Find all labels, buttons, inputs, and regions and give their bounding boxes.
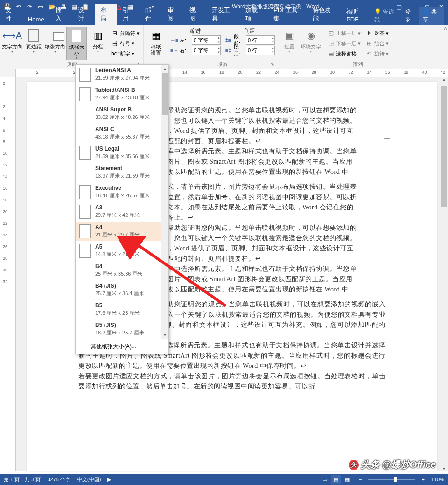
scrollbar-thumb[interactable] xyxy=(441,86,447,207)
ruler-horizontal[interactable]: L 22468101214161820222426283032343638404… xyxy=(0,69,448,77)
manuscript-button[interactable]: ▦稿纸 设置 xyxy=(146,27,166,56)
tab-insert[interactable]: 插入 xyxy=(50,4,72,25)
login-link[interactable]: 登录 xyxy=(405,8,415,24)
group-label-arrange: 排列 xyxy=(325,60,391,68)
scroll-down-icon[interactable]: ▼ xyxy=(161,331,168,339)
space-before-icon: ‡≡ xyxy=(224,37,232,43)
paper-size-item[interactable]: Executive18.41 厘米 x 26.67 厘米 xyxy=(76,182,168,202)
collapse-ribbon-icon[interactable]: ᐱ xyxy=(444,26,447,31)
paper-size-item[interactable]: ANSI Super B33.02 厘米 x 48.26 厘米 xyxy=(76,104,168,124)
paper-size-dims: 17.6 厘米 x 25 厘米 xyxy=(95,310,140,317)
dropdown-scroll-thumb[interactable] xyxy=(162,73,168,115)
zoom-out-icon[interactable]: − xyxy=(359,477,362,482)
paper-size-item[interactable]: B5 (JIS)18.2 厘米 x 25.7 厘米 xyxy=(76,319,168,339)
spacing-label: 间距 xyxy=(224,27,275,35)
group-arrange: ◱上移一层 ▾ ◲下移一层 ▾ ▤选择窗格 ⊧对齐 ▾ ⊞组合 ▾ ⟲旋转 ▾ … xyxy=(323,25,392,69)
paper-size-item[interactable]: Statement13.97 厘米 x 21.59 厘米 xyxy=(76,163,168,182)
columns-button[interactable]: ▥分栏▼ xyxy=(88,27,108,53)
paper-size-item[interactable]: B517.6 厘米 x 25 厘米 xyxy=(76,300,168,319)
group-button[interactable]: ⊞组合 ▾ xyxy=(364,38,391,48)
menu-bar: 文件 Home 插入 设计 布局 引用 邮件 审阅 视图 开发工具 加载项 PD… xyxy=(0,13,448,25)
orientation-button[interactable]: 纸张方向▼ xyxy=(45,27,65,53)
indent-left-input[interactable]: 0 字符 xyxy=(192,35,221,45)
new-icon[interactable]: ▭ xyxy=(35,1,46,12)
status-words[interactable]: 3275 个字 xyxy=(47,476,70,483)
paper-size-item[interactable]: B4 (JIS)25.7 厘米 x 36.4 厘米 xyxy=(76,280,168,300)
tab-layout[interactable]: 布局 xyxy=(95,4,117,25)
tab-design[interactable]: 设计 xyxy=(72,4,95,25)
zoom-in-icon[interactable]: + xyxy=(421,477,424,482)
dropdown-scrollbar[interactable]: ▲ ▼ xyxy=(161,65,168,339)
read-mode-icon[interactable]: ▭ xyxy=(320,475,330,484)
scroll-up-icon[interactable]: ▲ xyxy=(161,65,168,73)
paper-size-item[interactable]: A514.8 厘米 x 21 厘米 xyxy=(76,241,168,261)
margins-button[interactable]: 页边距▼ xyxy=(23,27,44,53)
send-backward-button[interactable]: ◲下移一层 ▾ xyxy=(325,38,363,48)
paper-size-item[interactable]: Tabloid/ANSI B27.94 厘米 x 43.18 厘米 xyxy=(76,84,168,104)
scrollbar-vertical[interactable]: ▲ ▼ xyxy=(440,77,448,471)
tab-references[interactable]: 引用 xyxy=(117,4,140,25)
bring-forward-button[interactable]: ◱上移一层 ▾ xyxy=(325,28,363,38)
indent-left-row: →≡左:0 字符 xyxy=(170,35,221,45)
space-after-row: ≡‡段后:0 行 xyxy=(224,45,275,55)
paper-size-dims: 14.8 厘米 x 21 厘米 xyxy=(95,251,140,258)
selection-pane-button[interactable]: ▤选择窗格 xyxy=(325,48,363,59)
more-paper-sizes-item[interactable]: 其他纸张大小(A)... xyxy=(76,339,168,354)
tab-addins[interactable]: 加载项 xyxy=(240,4,268,25)
tab-foxit[interactable]: 福昕PDF xyxy=(341,5,374,25)
status-macro-icon[interactable]: ▶ xyxy=(107,477,111,483)
rotate-button[interactable]: ⟲旋转 ▾ xyxy=(364,48,391,59)
group-page-setup: ⟷A文字方向▼ 页边距▼ 纸张方向▼ 纸张大小▼ ▥分栏▼ ⊟分隔符 ▾ ⇶行号… xyxy=(0,25,144,69)
wrap-text-button[interactable]: ◉环绕文字▼ xyxy=(301,27,321,53)
zoom-slider[interactable] xyxy=(368,479,415,480)
paper-size-dims: 43.18 厘米 x 55.87 厘米 xyxy=(95,133,150,140)
indent-left-icon: →≡ xyxy=(170,37,178,43)
paper-size-item[interactable]: A329.7 厘米 x 42 厘米 xyxy=(76,202,168,222)
paper-size-item[interactable]: US Legal21.59 厘米 x 35.56 厘米 xyxy=(76,143,168,163)
paper-size-name: Tabloid/ANSI B xyxy=(95,87,150,93)
line-numbers-button[interactable]: ⇶行号 ▾ xyxy=(109,38,141,48)
text-direction-button[interactable]: ⟷A文字方向▼ xyxy=(2,27,22,53)
status-page[interactable]: 第 1 页，共 3 页 xyxy=(4,476,41,483)
align-button[interactable]: ⊧对齐 ▾ xyxy=(364,28,391,38)
tab-pdf[interactable]: PDF工具集 xyxy=(268,4,307,25)
paper-size-name: ANSI Super B xyxy=(95,106,150,113)
zoom-level[interactable]: 110% xyxy=(431,477,444,482)
paper-icon xyxy=(79,185,91,199)
paper-size-name: B4 xyxy=(95,263,143,270)
paper-size-item[interactable]: ANSI C43.18 厘米 x 55.87 厘米 xyxy=(76,124,168,143)
tab-home[interactable]: Home xyxy=(22,14,50,25)
paper-size-item[interactable]: B425 厘米 x 35.36 厘米 xyxy=(76,261,168,280)
paper-size-name: Executive xyxy=(95,185,150,191)
tab-view[interactable]: 视图 xyxy=(184,4,206,25)
tell-me[interactable]: 💡 告诉我... xyxy=(374,8,401,24)
tab-developer[interactable]: 开发工具 xyxy=(206,4,240,25)
redo-icon[interactable]: ↷ xyxy=(24,1,35,12)
paper-icon xyxy=(79,146,91,160)
share-button[interactable]: 👤 共享 xyxy=(419,7,444,25)
hyphenation-button[interactable]: bc⁻断字 ▾ xyxy=(109,48,141,59)
paper-size-dims: 21.59 厘米 x 35.56 厘米 xyxy=(95,153,150,160)
status-lang[interactable]: 中文(中国) xyxy=(77,476,101,483)
breaks-button[interactable]: ⊟分隔符 ▾ xyxy=(109,28,141,38)
position-button[interactable]: ▣位置▼ xyxy=(279,27,300,53)
paper-icon xyxy=(79,87,91,101)
paper-icon xyxy=(79,205,91,219)
ribbon: ⟷A文字方向▼ 页边距▼ 纸张方向▼ 纸张大小▼ ▥分栏▼ ⊟分隔符 ▾ ⇶行号… xyxy=(0,25,448,69)
paper-size-item[interactable]: A421 厘米 x 29.7 厘米 xyxy=(76,222,168,241)
paper-size-button[interactable]: 纸张大小▼ xyxy=(66,27,87,60)
print-layout-icon[interactable]: ▤ xyxy=(331,475,341,484)
tab-special[interactable]: 特色功能 xyxy=(307,4,341,25)
tab-file[interactable]: 文件 xyxy=(0,4,22,25)
indent-right-input[interactable]: 0 字符 xyxy=(192,46,221,55)
web-layout-icon[interactable]: ▦ xyxy=(342,475,352,484)
paper-size-dims: 25 厘米 x 35.36 厘米 xyxy=(95,270,143,277)
paper-size-item[interactable]: Letter/ANSI A21.59 厘米 x 27.94 厘米 xyxy=(76,65,168,84)
tab-review[interactable]: 审阅 xyxy=(162,4,184,25)
paragraph-launcher-icon[interactable]: ⬊ xyxy=(269,61,276,68)
space-before-input[interactable]: 0 行 xyxy=(246,35,275,45)
tab-mailings[interactable]: 邮件 xyxy=(140,4,162,25)
ruler-vertical[interactable]: 22468101214161820222426283032 xyxy=(0,77,16,471)
space-after-input[interactable]: 0 行 xyxy=(246,46,275,55)
doc-text: 若要更改图片适应文档的方式，请单击该图片，图片旁边将会显示布局选项按钮。当处理表… xyxy=(78,371,385,392)
